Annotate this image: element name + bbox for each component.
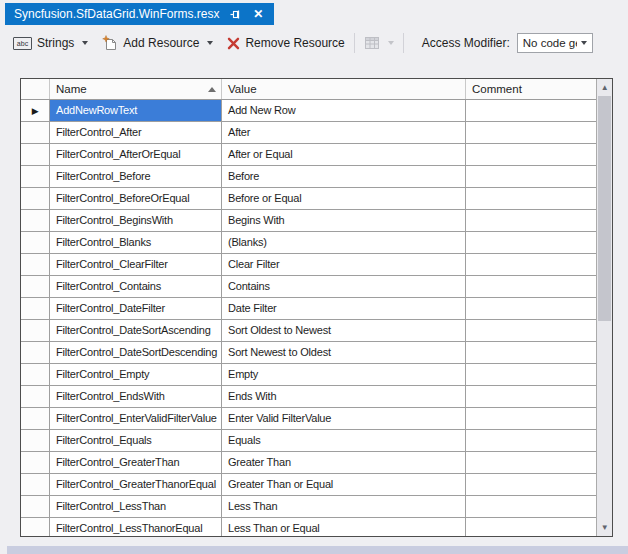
- grid-cell-name[interactable]: FilterControl_EnterValidFilterValue: [50, 408, 222, 429]
- row-selector[interactable]: [21, 276, 50, 297]
- grid-cell-name[interactable]: AddNewRowText: [50, 100, 222, 121]
- grid-cell-comment[interactable]: [466, 430, 596, 451]
- row-selector[interactable]: [21, 452, 50, 473]
- grid-cell-name[interactable]: FilterControl_AfterOrEqual: [50, 144, 222, 165]
- scroll-up-icon[interactable]: ▲: [597, 79, 612, 96]
- grid-cell-value[interactable]: Greater Than: [222, 452, 466, 473]
- row-selector[interactable]: [21, 210, 50, 231]
- grid-cell-comment[interactable]: [466, 232, 596, 253]
- grid-cell-comment[interactable]: [466, 496, 596, 517]
- close-icon[interactable]: ✕: [251, 7, 265, 21]
- grid-cell-name[interactable]: FilterControl_Empty: [50, 364, 222, 385]
- pin-icon[interactable]: [228, 7, 242, 21]
- row-selector[interactable]: [21, 364, 50, 385]
- grid-cell-comment[interactable]: [466, 386, 596, 407]
- grid-cell-name[interactable]: FilterControl_EndsWith: [50, 386, 222, 407]
- grid-cell-name[interactable]: FilterControl_LessThan: [50, 496, 222, 517]
- grid-cell-comment[interactable]: [466, 210, 596, 231]
- row-selector[interactable]: [21, 122, 50, 143]
- row-selector[interactable]: [21, 320, 50, 341]
- grid-cell-name[interactable]: FilterControl_Equals: [50, 430, 222, 451]
- grid-cell-value[interactable]: (Blanks): [222, 232, 466, 253]
- row-selector[interactable]: [21, 188, 50, 209]
- grid-cell-value[interactable]: Empty: [222, 364, 466, 385]
- row-selector[interactable]: ▶: [21, 100, 50, 121]
- grid-cell-value[interactable]: Less Than: [222, 496, 466, 517]
- grid-cell-value[interactable]: Greater Than or Equal: [222, 474, 466, 495]
- row-selector[interactable]: [21, 386, 50, 407]
- grid-cell-value[interactable]: Enter Valid FilterValue: [222, 408, 466, 429]
- grid-cell-value[interactable]: Sort Oldest to Newest: [222, 320, 466, 341]
- grid-cell-value[interactable]: Equals: [222, 430, 466, 451]
- grid-cell-comment[interactable]: [466, 144, 596, 165]
- row-selector[interactable]: [21, 166, 50, 187]
- column-header-value[interactable]: Value: [222, 79, 466, 99]
- grid-cell-name[interactable]: FilterControl_Before: [50, 166, 222, 187]
- document-tab[interactable]: Syncfusion.SfDataGrid.WinForms.resx ✕: [5, 3, 274, 25]
- grid-cell-value[interactable]: Date Filter: [222, 298, 466, 319]
- strings-type-button[interactable]: abc Strings: [10, 34, 91, 52]
- row-selector[interactable]: [21, 254, 50, 275]
- grid-cell-name[interactable]: FilterControl_BeginsWith: [50, 210, 222, 231]
- grid-cell-comment[interactable]: [466, 452, 596, 473]
- grid-cell-name[interactable]: FilterControl_After: [50, 122, 222, 143]
- row-selector[interactable]: [21, 408, 50, 429]
- grid-cell-name[interactable]: FilterControl_ClearFilter: [50, 254, 222, 275]
- row-selector[interactable]: [21, 342, 50, 363]
- grid-cell-value[interactable]: Begins With: [222, 210, 466, 231]
- grid-cell-value[interactable]: After or Equal: [222, 144, 466, 165]
- grid-cell-comment[interactable]: [466, 364, 596, 385]
- grid-cell-name[interactable]: FilterControl_DateFilter: [50, 298, 222, 319]
- grid-cell-comment[interactable]: [466, 100, 596, 121]
- grid-cell-value[interactable]: Before or Equal: [222, 188, 466, 209]
- grid-cell-comment[interactable]: [466, 188, 596, 209]
- grid-cell-comment[interactable]: [466, 298, 596, 319]
- grid-cell-name[interactable]: FilterControl_Blanks: [50, 232, 222, 253]
- chevron-down-icon: [388, 41, 394, 45]
- grid-cell-name[interactable]: FilterControl_GreaterThanorEqual: [50, 474, 222, 495]
- grid-cell-value[interactable]: Sort Newest to Oldest: [222, 342, 466, 363]
- vertical-scrollbar[interactable]: ▲ ▼: [596, 79, 612, 536]
- grid-cell-comment[interactable]: [466, 320, 596, 341]
- grid-cell-comment[interactable]: [466, 474, 596, 495]
- row-selector[interactable]: [21, 496, 50, 517]
- grid-cell-comment[interactable]: [466, 122, 596, 143]
- add-resource-button[interactable]: Add Resource: [99, 33, 216, 53]
- grid-cell-comment[interactable]: [466, 342, 596, 363]
- table-row: FilterControl_LessThanLess Than: [21, 496, 596, 518]
- column-header-name[interactable]: Name: [50, 79, 222, 99]
- grid-cell-name[interactable]: FilterControl_DateSortAscending: [50, 320, 222, 341]
- scroll-down-icon[interactable]: ▼: [597, 519, 612, 536]
- row-selector[interactable]: [21, 518, 50, 536]
- grid-cell-value[interactable]: After: [222, 122, 466, 143]
- grid-cell-comment[interactable]: [466, 518, 596, 536]
- dataview-button-disabled[interactable]: [361, 34, 397, 52]
- remove-resource-button[interactable]: Remove Resource: [224, 34, 347, 52]
- grid-cell-comment[interactable]: [466, 166, 596, 187]
- scrollbar-thumb[interactable]: [598, 96, 611, 321]
- grid-cell-comment[interactable]: [466, 408, 596, 429]
- row-selector[interactable]: [21, 430, 50, 451]
- grid-cell-value[interactable]: Contains: [222, 276, 466, 297]
- grid-cell-value[interactable]: Less Than or Equal: [222, 518, 466, 536]
- grid-cell-name[interactable]: FilterControl_LessThanorEqual: [50, 518, 222, 536]
- grid-cell-value[interactable]: Add New Row: [222, 100, 466, 121]
- grid-cell-comment[interactable]: [466, 276, 596, 297]
- row-selector[interactable]: [21, 144, 50, 165]
- table-row: FilterControl_AfterOrEqualAfter or Equal: [21, 144, 596, 166]
- grid-cell-value[interactable]: Before: [222, 166, 466, 187]
- access-modifier-dropdown[interactable]: No code gene: [517, 33, 593, 53]
- grid-cell-name[interactable]: FilterControl_GreaterThan: [50, 452, 222, 473]
- grid-cell-comment[interactable]: [466, 254, 596, 275]
- row-selector[interactable]: [21, 232, 50, 253]
- column-header-comment[interactable]: Comment: [466, 79, 596, 99]
- grid-cell-name[interactable]: FilterControl_DateSortDescending: [50, 342, 222, 363]
- grid-cell-name[interactable]: FilterControl_BeforeOrEqual: [50, 188, 222, 209]
- row-selector[interactable]: [21, 474, 50, 495]
- row-selector[interactable]: [21, 298, 50, 319]
- grid-cell-name[interactable]: FilterControl_Contains: [50, 276, 222, 297]
- table-row: FilterControl_Blanks(Blanks): [21, 232, 596, 254]
- grid-cell-value[interactable]: Clear Filter: [222, 254, 466, 275]
- grid-cell-value[interactable]: Ends With: [222, 386, 466, 407]
- add-resource-label: Add Resource: [123, 36, 199, 50]
